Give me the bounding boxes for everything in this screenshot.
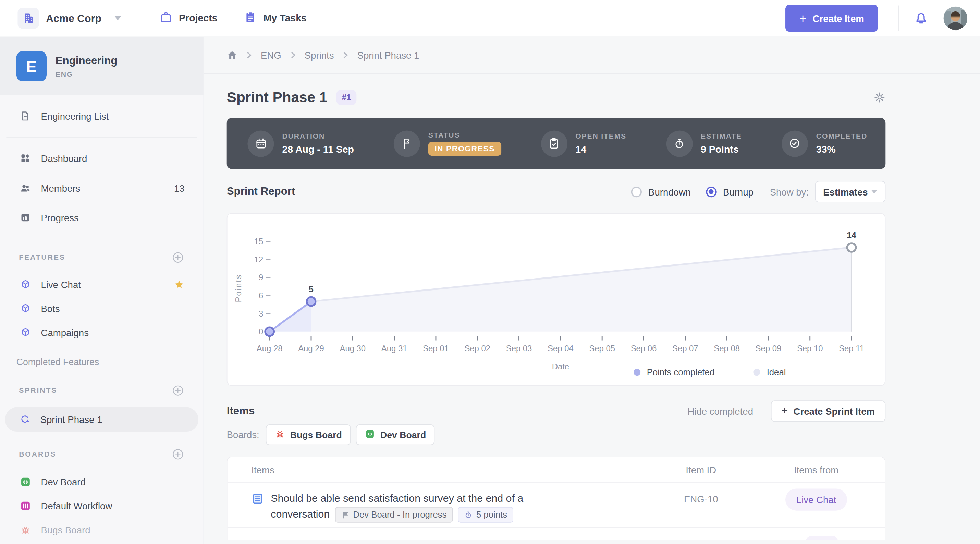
- svg-text:Aug 31: Aug 31: [381, 344, 407, 353]
- sidebar-item-live-chat[interactable]: Live Chat: [0, 272, 204, 296]
- sidebar-item-label: Campaigns: [41, 327, 88, 338]
- chevron-down-icon: [115, 16, 121, 20]
- svg-text:15: 15: [254, 237, 264, 246]
- document-icon: [19, 110, 32, 122]
- members-icon: [19, 182, 32, 194]
- legend-label: Ideal: [767, 367, 786, 377]
- create-item-button[interactable]: + Create Item: [785, 5, 878, 32]
- page-title: Sprint Phase 1: [227, 89, 328, 106]
- svg-text:9: 9: [259, 273, 263, 282]
- column-item-id: Item ID: [654, 464, 748, 475]
- sidebar-item-dev-board[interactable]: Dev Board: [0, 469, 204, 494]
- dashboard-icon: [19, 153, 32, 164]
- dev-board-icon: [19, 476, 32, 488]
- board-status-tag: Dev Board - In progress: [335, 507, 453, 523]
- stat-label: STATUS: [428, 131, 501, 139]
- workflow-columns-icon: [19, 500, 32, 512]
- svg-text:Sep 07: Sep 07: [672, 344, 698, 353]
- story-doc-icon: [251, 493, 264, 523]
- bug-icon: [274, 428, 285, 441]
- column-items: Items: [251, 464, 654, 475]
- show-by-value: Estimates: [823, 186, 868, 197]
- avatar[interactable]: [943, 6, 967, 30]
- nav-my-tasks[interactable]: My Tasks: [244, 10, 307, 26]
- bell-icon[interactable]: [914, 11, 928, 26]
- svg-text:Sep 08: Sep 08: [714, 344, 740, 353]
- sidebar-item-default-workflow[interactable]: Default Workflow: [0, 494, 204, 518]
- stat-label: OPEN ITEMS: [575, 132, 626, 140]
- clipboard-icon: [244, 10, 257, 26]
- chevron-right-icon: [342, 52, 349, 59]
- bug-icon: [19, 524, 32, 536]
- section-label: SPRINTS: [19, 386, 57, 394]
- radio-label: Burnup: [723, 186, 754, 197]
- legend-points-completed[interactable]: Points completed: [633, 367, 714, 377]
- star-icon[interactable]: [174, 279, 185, 289]
- svg-text:Aug 30: Aug 30: [340, 344, 366, 353]
- svg-text:Sep 10: Sep 10: [797, 344, 823, 353]
- briefcase-icon: [159, 10, 173, 26]
- chevron-down-icon: [871, 190, 877, 193]
- nav-label: My Tasks: [264, 13, 307, 24]
- stopwatch-icon: [666, 130, 692, 157]
- create-sprint-item-button[interactable]: + Create Sprint Item: [771, 400, 886, 421]
- sidebar-item-campaigns[interactable]: Campaigns: [0, 321, 204, 345]
- features-section-header: FEATURES: [0, 250, 204, 265]
- stat-label: DURATION: [282, 132, 354, 140]
- home-icon[interactable]: [227, 50, 237, 61]
- sidebar-item-label: Bots: [41, 303, 60, 314]
- radio-option-burndown[interactable]: Burndown: [631, 186, 691, 197]
- svg-text:Aug 29: Aug 29: [298, 344, 324, 353]
- show-by-label: Show by:: [770, 186, 809, 197]
- project-header[interactable]: E Engineering ENG: [0, 37, 204, 95]
- report-type-radios: Burndown Burnup: [631, 186, 753, 197]
- radio-option-burnup[interactable]: Burnup: [706, 186, 754, 197]
- add-feature-icon[interactable]: [171, 251, 185, 264]
- sidebar-item-bugs-board[interactable]: Bugs Board: [0, 518, 204, 542]
- plus-icon: +: [781, 405, 788, 418]
- svg-text:Sep 09: Sep 09: [756, 344, 781, 353]
- plus-icon: +: [799, 12, 806, 24]
- org-switcher[interactable]: Acme Corp: [18, 8, 121, 29]
- next-row-pill-partial: [806, 536, 838, 540]
- breadcrumb-eng[interactable]: ENG: [261, 50, 281, 61]
- cube-icon: [19, 278, 32, 290]
- sidebar-item-engineering-list[interactable]: Engineering List: [0, 104, 204, 128]
- sprint-number-badge: #1: [336, 89, 357, 105]
- show-by-select[interactable]: Estimates: [815, 181, 885, 203]
- stat-value: 33%: [816, 144, 867, 155]
- stat-value: 9 Points: [701, 144, 742, 155]
- section-label: FEATURES: [19, 254, 65, 261]
- sidebar-item-label: Dashboard: [41, 153, 87, 164]
- sidebar-item-members[interactable]: Members 13: [0, 176, 204, 200]
- hide-completed-link[interactable]: Hide completed: [687, 406, 753, 416]
- sidebar-item-label: Dev Board: [41, 477, 85, 487]
- add-sprint-icon[interactable]: [171, 383, 185, 397]
- add-board-icon[interactable]: [171, 447, 185, 461]
- sidebar-item-label: Sprint Phase 1: [40, 414, 102, 425]
- stat-status: STATUS IN PROGRESS: [394, 130, 501, 157]
- sidebar-item-bots[interactable]: Bots: [0, 296, 204, 321]
- gear-icon[interactable]: [873, 92, 885, 104]
- radio-burnup[interactable]: [706, 186, 716, 197]
- radio-burndown[interactable]: [631, 186, 642, 197]
- chevron-right-icon: [246, 52, 253, 59]
- board-chip-bugs[interactable]: Bugs Board: [266, 424, 350, 445]
- sidebar-item-sprint-phase-1[interactable]: Sprint Phase 1: [5, 407, 199, 432]
- table-row[interactable]: Should be able send satisfaction survey …: [228, 483, 885, 527]
- sidebar-item-progress[interactable]: Progress: [0, 206, 204, 230]
- items-from-cell: Live Chat: [748, 488, 885, 510]
- nav-label: Projects: [179, 13, 217, 24]
- board-chip-dev[interactable]: Dev Board: [356, 424, 435, 445]
- item-id: ENG-10: [654, 494, 748, 504]
- legend-dot: [633, 369, 640, 375]
- completed-features-link[interactable]: Completed Features: [0, 354, 204, 369]
- boards-label: Boards:: [227, 429, 259, 440]
- svg-text:Sep 01: Sep 01: [423, 344, 449, 353]
- breadcrumb-sprints[interactable]: Sprints: [305, 50, 334, 61]
- legend-ideal[interactable]: Ideal: [754, 367, 786, 377]
- svg-text:Sep 05: Sep 05: [589, 344, 615, 353]
- sidebar-item-dashboard[interactable]: Dashboard: [0, 146, 204, 170]
- progress-icon: [19, 212, 32, 223]
- nav-projects[interactable]: Projects: [159, 10, 217, 26]
